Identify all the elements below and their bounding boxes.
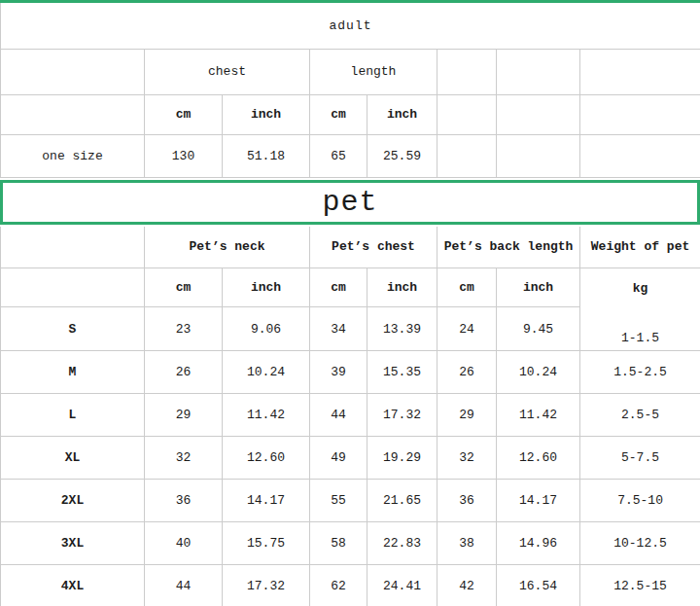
table-cell: 49 <box>310 437 368 480</box>
size-label: XL <box>1 437 145 480</box>
table-cell: 51.18 <box>223 134 310 177</box>
weight-value: 1-1.5 <box>580 307 700 350</box>
size-label: L <box>1 394 145 437</box>
pet-neck-header: Pet’s neck <box>145 227 310 268</box>
table-cell: 9.45 <box>497 307 580 351</box>
table-cell: 58 <box>310 522 368 565</box>
table-cell <box>497 49 580 94</box>
table-cell: 29 <box>145 394 223 437</box>
table-cell: 32 <box>145 437 223 480</box>
table-cell: 65 <box>310 134 368 177</box>
table-cell: 44 <box>145 565 223 606</box>
adult-title: adult <box>1 3 700 49</box>
table-cell: 55 <box>310 480 368 522</box>
table-cell: 13.39 <box>368 307 438 351</box>
table-cell: 26 <box>438 351 497 394</box>
table-cell: 25.59 <box>368 134 438 177</box>
table-cell: 26 <box>145 351 223 394</box>
table-cell <box>438 94 497 134</box>
table-cell: 44 <box>310 394 368 437</box>
unit-header: kg <box>580 268 700 307</box>
table-cell: 40 <box>145 522 223 565</box>
table-cell: 10.24 <box>497 351 580 394</box>
pet-title: pet <box>322 186 377 219</box>
unit-header: inch <box>223 94 310 134</box>
unit-header: inch <box>223 268 310 307</box>
table-cell <box>580 94 700 134</box>
table-cell: 42 <box>438 565 497 606</box>
table-cell: 14.96 <box>497 522 580 565</box>
table-cell: 14.17 <box>223 480 310 522</box>
unit-header: cm <box>310 268 368 307</box>
unit-header: inch <box>368 268 438 307</box>
table-cell: 38 <box>438 522 497 565</box>
table-cell: 24.41 <box>368 565 438 606</box>
adult-chest-header: chest <box>145 49 310 94</box>
unit-header: inch <box>368 94 438 134</box>
table-cell: 15.35 <box>368 351 438 394</box>
size-label: M <box>1 351 145 394</box>
table-cell: 39 <box>310 351 368 394</box>
table-cell: 12.60 <box>497 437 580 480</box>
table-cell: 62 <box>310 565 368 606</box>
weight-value: 7.5-10 <box>580 480 700 522</box>
unit-header: cm <box>438 268 497 307</box>
adult-table: adult chest length cm inch cm inch one s… <box>0 3 700 178</box>
table-cell <box>497 94 580 134</box>
table-cell: 24 <box>438 307 497 351</box>
table-cell: 32 <box>438 437 497 480</box>
weight-value: 1.5-2.5 <box>580 351 700 394</box>
table-cell: 19.29 <box>368 437 438 480</box>
table-cell: 23 <box>145 307 223 351</box>
table-cell: 10.24 <box>223 351 310 394</box>
row-label: one size <box>1 134 145 177</box>
unit-header: cm <box>145 94 223 134</box>
weight-value: 12.5-15 <box>580 565 700 606</box>
table-cell: 17.32 <box>368 394 438 437</box>
table-cell: 21.65 <box>368 480 438 522</box>
table-cell <box>1 268 145 307</box>
table-cell: 22.83 <box>368 522 438 565</box>
table-cell <box>438 49 497 94</box>
table-cell: 34 <box>310 307 368 351</box>
size-label: 3XL <box>1 522 145 565</box>
size-label: 4XL <box>1 565 145 606</box>
table-cell: 16.54 <box>497 565 580 606</box>
unit-header: cm <box>145 268 223 307</box>
table-cell: 15.75 <box>223 522 310 565</box>
table-cell <box>438 134 497 177</box>
table-cell: 36 <box>438 480 497 522</box>
pet-table: Pet’s neck Pet’s chest Pet’s back length… <box>0 227 700 606</box>
weight-merged-cell: kg 1-1.5 <box>580 268 700 351</box>
table-cell: 9.06 <box>223 307 310 351</box>
size-label: 2XL <box>1 480 145 522</box>
table-cell: 14.17 <box>497 480 580 522</box>
pet-chest-header: Pet’s chest <box>310 227 438 268</box>
unit-header: cm <box>310 94 368 134</box>
table-cell <box>1 94 145 134</box>
unit-header: inch <box>497 268 580 307</box>
table-cell: 17.32 <box>223 565 310 606</box>
table-cell <box>580 49 700 94</box>
size-label: S <box>1 307 145 351</box>
table-cell: 11.42 <box>223 394 310 437</box>
table-cell <box>1 227 145 268</box>
size-chart-sheet: adult chest length cm inch cm inch one s… <box>0 0 700 606</box>
table-cell: 36 <box>145 480 223 522</box>
pet-back-length-header: Pet’s back length <box>438 227 580 268</box>
weight-value: 2.5-5 <box>580 394 700 437</box>
table-cell <box>497 134 580 177</box>
table-cell: 12.60 <box>223 437 310 480</box>
weight-value: 5-7.5 <box>580 437 700 480</box>
adult-length-header: length <box>310 49 438 94</box>
table-cell: 11.42 <box>497 394 580 437</box>
weight-value: 10-12.5 <box>580 522 700 565</box>
pet-weight-header: Weight of pet <box>580 227 700 268</box>
table-cell <box>580 134 700 177</box>
pet-title-box: pet <box>0 180 700 225</box>
table-cell: 29 <box>438 394 497 437</box>
table-cell: 130 <box>145 134 223 177</box>
table-cell <box>1 49 145 94</box>
